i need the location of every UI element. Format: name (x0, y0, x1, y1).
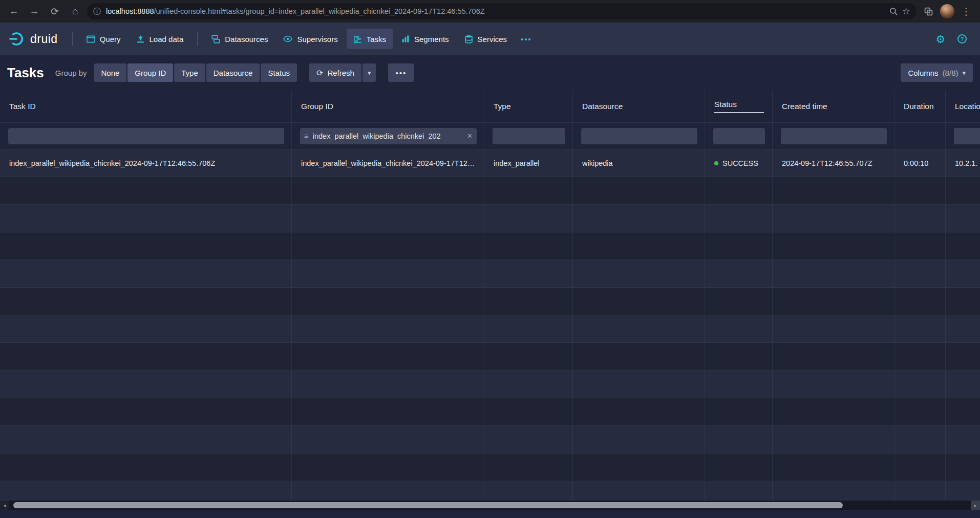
home-icon[interactable]: ⌂ (67, 3, 84, 20)
cell-datasource: wikipedia (573, 149, 705, 177)
empty-table-row (0, 232, 980, 260)
browser-menu-icon[interactable]: ⋮ (957, 3, 975, 20)
nav-item-datasources[interactable]: Datasources (205, 29, 274, 49)
scroll-left-icon[interactable]: ◂ (0, 501, 9, 510)
table-rows: index_parallel_wikipedia_chicnkei_2024-0… (0, 149, 980, 501)
bookmark-star-icon[interactable]: ☆ (902, 6, 910, 17)
refresh-button[interactable]: ⟳ Refresh (309, 63, 361, 82)
column-header-duration[interactable]: Duration (894, 90, 946, 122)
zoom-icon[interactable] (889, 7, 898, 16)
column-header-location[interactable]: Location (946, 90, 980, 122)
nav-divider (197, 32, 198, 46)
columns-count: (8/8) (943, 69, 958, 77)
forward-icon[interactable]: → (26, 3, 43, 20)
cell-duration: 0:00:10 (894, 149, 946, 177)
tasks-view-header: Tasks Group by None Group ID Type Dataso… (0, 55, 980, 90)
filter-input-type[interactable] (493, 128, 565, 144)
database-icon (464, 35, 473, 44)
group-by-type-button[interactable]: Type (174, 63, 205, 82)
cell-status: SUCCESS (705, 149, 773, 177)
table-filter-row: ≡ index_parallel_wikipedia_chicnkei_202 … (0, 123, 980, 149)
druid-logo-text: druid (30, 32, 58, 46)
nav-item-label: Services (478, 35, 507, 44)
filter-cell-duration (894, 123, 946, 149)
url-host: localhost:8888 (106, 7, 154, 15)
filter-input-group-id[interactable]: ≡ index_parallel_wikipedia_chicnkei_202 … (300, 128, 477, 144)
filter-input-task-id[interactable] (8, 128, 284, 144)
cell-task-id[interactable]: index_parallel_wikipedia_chicnkei_2024-0… (0, 149, 292, 177)
filter-input-status[interactable] (713, 128, 765, 144)
refresh-interval-dropdown-button[interactable]: ▾ (363, 63, 376, 82)
clear-filter-icon[interactable]: ✕ (467, 132, 473, 140)
column-header-datasource[interactable]: Datasource (573, 90, 705, 122)
druid-navbar: druid Query Load data Datasources Superv… (0, 23, 980, 55)
group-by-none-button[interactable]: None (94, 63, 127, 82)
nav-item-label: Datasources (225, 35, 268, 44)
bottom-strip (0, 510, 980, 518)
scrollbar-track[interactable] (9, 501, 980, 510)
status-success-dot (714, 161, 718, 165)
druid-logo[interactable]: druid (8, 30, 58, 48)
nav-item-tasks[interactable]: Tasks (347, 29, 393, 49)
empty-table-row (0, 288, 980, 315)
url-path: /unified-console.html#tasks/group_id=ind… (154, 7, 485, 15)
nav-item-label: Query (100, 35, 121, 44)
bar-chart-icon (401, 35, 410, 43)
chevron-down-icon: ▾ (962, 69, 966, 77)
nav-item-services[interactable]: Services (458, 29, 514, 49)
column-header-created-time[interactable]: Created time (773, 90, 894, 122)
druid-logo-icon (8, 30, 26, 48)
nav-item-supervisors[interactable]: Supervisors (276, 29, 344, 49)
empty-table-row (0, 398, 980, 426)
group-by-label: Group by (55, 69, 87, 77)
column-header-group-id[interactable]: Group ID (292, 90, 484, 122)
empty-table-row (0, 426, 980, 454)
group-by-status-button[interactable]: Status (261, 63, 297, 82)
column-header-task-id[interactable]: Task ID (0, 90, 292, 122)
site-info-icon[interactable]: ⓘ (93, 7, 101, 16)
filter-input-location[interactable] (954, 128, 980, 144)
empty-table-row (0, 315, 980, 343)
scroll-right-icon[interactable]: ▸ (971, 501, 980, 510)
settings-gear-icon[interactable]: ⚙ (931, 29, 950, 49)
extensions-icon[interactable] (920, 3, 937, 20)
empty-table-row (0, 481, 980, 501)
help-icon[interactable]: ? (952, 29, 972, 49)
scrollbar-thumb[interactable] (13, 502, 843, 508)
column-header-type[interactable]: Type (484, 90, 573, 122)
nav-item-load-data[interactable]: Load data (130, 29, 190, 49)
cell-created-time: 2024-09-17T12:46:55.707Z (773, 149, 894, 177)
empty-table-row (0, 205, 980, 232)
group-id-filter-value: index_parallel_wikipedia_chicnkei_202 (313, 132, 463, 140)
column-header-status[interactable]: Status (705, 90, 773, 122)
refresh-split-button: ⟳ Refresh ▾ (309, 63, 376, 82)
group-by-datasource-button[interactable]: Datasource (206, 63, 260, 82)
cell-type: index_parallel (484, 149, 573, 177)
group-by-group-id-button[interactable]: Group ID (127, 63, 173, 82)
nav-item-label: Segments (414, 35, 449, 44)
nav-more-icon[interactable]: ••• (516, 29, 537, 49)
address-bar[interactable]: ⓘ localhost:8888/unified-console.html#ta… (87, 3, 917, 19)
table-header-row: Task ID Group ID Type Datasource Status … (0, 90, 980, 123)
nav-item-segments[interactable]: Segments (395, 29, 456, 49)
back-icon[interactable]: ← (5, 3, 23, 20)
columns-dropdown-button[interactable]: Columns (8/8) ▾ (901, 63, 973, 82)
status-badge: SUCCESS (722, 159, 758, 167)
more-actions-button[interactable]: ••• (388, 63, 414, 82)
refresh-icon: ⟳ (316, 68, 323, 78)
nav-item-label: Supervisors (297, 35, 337, 44)
nav-item-query[interactable]: Query (80, 29, 127, 49)
profile-avatar[interactable] (940, 4, 954, 18)
horizontal-scrollbar[interactable]: ◂ ▸ (0, 501, 980, 510)
empty-table-row (0, 371, 980, 398)
filter-input-datasource[interactable] (581, 128, 697, 144)
empty-table-row (0, 260, 980, 288)
gantt-icon (353, 35, 362, 44)
task-table-row[interactable]: index_parallel_wikipedia_chicnkei_2024-0… (0, 149, 980, 177)
nav-divider (72, 32, 73, 46)
filter-input-created-time[interactable] (781, 128, 887, 144)
page-title: Tasks (7, 65, 44, 81)
empty-table-row (0, 454, 980, 481)
reload-icon[interactable]: ⟳ (46, 3, 63, 20)
url-text[interactable]: localhost:8888/unified-console.html#task… (106, 7, 884, 15)
